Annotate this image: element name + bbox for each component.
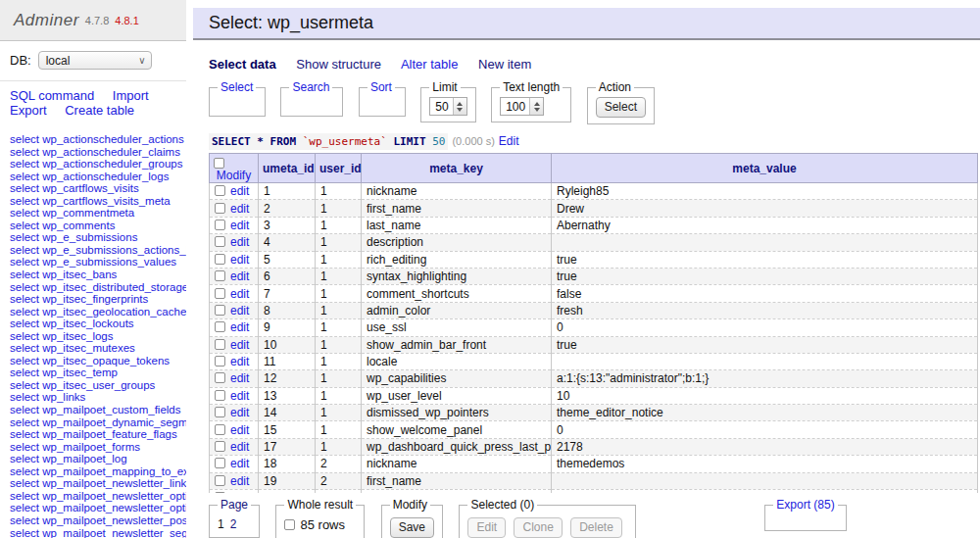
table-select-link[interactable]: select	[10, 391, 39, 403]
row-edit-link[interactable]: edit	[230, 440, 249, 454]
text-length-stepper[interactable]	[529, 98, 543, 115]
table-select-link[interactable]: select	[10, 379, 39, 391]
table-select-link[interactable]: select	[10, 514, 39, 526]
table-name-link[interactable]: wp_e_submissions_actions_log	[42, 244, 186, 256]
table-name-link[interactable]: wp_e_submissions_values	[42, 256, 176, 268]
table-name-link[interactable]: wp_actionscheduler_claims	[42, 146, 180, 158]
table-select-link[interactable]: select	[10, 355, 39, 367]
col-meta-key-link[interactable]: meta_key	[429, 162, 483, 175]
row-edit-link[interactable]: edit	[230, 423, 249, 437]
row-edit-link[interactable]: edit	[230, 320, 249, 334]
row-checkbox[interactable]	[215, 321, 225, 332]
search-legend-link[interactable]: Search	[292, 80, 329, 94]
table-select-link[interactable]: select	[10, 231, 39, 243]
table-select-link[interactable]: select	[10, 207, 39, 219]
table-name-link[interactable]: wp_itsec_bans	[42, 269, 117, 280]
table-name-link[interactable]: wp_itsec_fingerprints	[42, 293, 148, 305]
table-select-link[interactable]: select	[10, 293, 39, 305]
row-checkbox[interactable]	[215, 236, 225, 247]
table-name-link[interactable]: wp_mailpoet_newsletter_option_fields	[42, 502, 186, 514]
table-select-link[interactable]: select	[10, 256, 39, 268]
row-checkbox[interactable]	[215, 458, 225, 468]
table-select-link[interactable]: select	[10, 244, 39, 256]
sql-edit-link[interactable]: Edit	[499, 134, 519, 148]
table-name-link[interactable]: wp_mailpoet_newsletter_links	[42, 477, 186, 489]
table-name-link[interactable]: wp_links	[42, 391, 85, 403]
row-checkbox[interactable]	[215, 475, 225, 486]
table-select-link[interactable]: select	[10, 342, 39, 354]
page-2-link[interactable]: 2	[230, 517, 237, 531]
sql-command-link[interactable]: SQL command	[10, 88, 94, 103]
select-all-checkbox[interactable]	[214, 158, 224, 169]
table-select-link[interactable]: select	[10, 146, 39, 158]
table-select-link[interactable]: select	[10, 502, 39, 514]
row-checkbox[interactable]	[215, 270, 225, 281]
col-meta-value-link[interactable]: meta_value	[732, 162, 796, 175]
row-edit-link[interactable]: edit	[230, 202, 249, 216]
table-name-link[interactable]: wp_itsec_distributed_storage	[42, 281, 186, 293]
table-name-link[interactable]: wp_mailpoet_dynamic_segment_filters	[42, 416, 186, 428]
page-legend-link[interactable]: Page	[220, 498, 248, 512]
table-name-link[interactable]: wp_e_submissions	[42, 231, 137, 243]
table-select-link[interactable]: select	[10, 477, 39, 489]
table-name-link[interactable]: wp_comments	[42, 220, 115, 231]
row-edit-link[interactable]: edit	[230, 269, 249, 283]
row-edit-link[interactable]: edit	[230, 235, 249, 249]
row-edit-link[interactable]: edit	[230, 355, 249, 368]
table-name-link[interactable]: wp_cartflows_visits	[42, 182, 138, 194]
table-name-link[interactable]: wp_mailpoet_feature_flags	[42, 428, 176, 440]
tab-show-structure[interactable]: Show structure	[296, 57, 381, 72]
table-select-link[interactable]: select	[10, 171, 39, 182]
table-name-link[interactable]: wp_itsec_lockouts	[42, 318, 133, 329]
table-name-link[interactable]: wp_itsec_temp	[42, 367, 118, 378]
table-select-link[interactable]: select	[10, 158, 39, 170]
row-edit-link[interactable]: edit	[230, 389, 249, 403]
table-select-link[interactable]: select	[10, 404, 39, 416]
table-select-link[interactable]: select	[10, 490, 39, 502]
table-name-link[interactable]: wp_actionscheduler_actions	[42, 133, 183, 145]
table-name-link[interactable]: wp_actionscheduler_groups	[42, 158, 182, 170]
sort-legend-link[interactable]: Sort	[370, 80, 392, 94]
row-edit-link[interactable]: edit	[230, 474, 249, 488]
export-link[interactable]: Export	[10, 103, 47, 118]
row-checkbox[interactable]	[215, 203, 225, 214]
table-name-link[interactable]: wp_actionscheduler_logs	[42, 171, 169, 182]
row-edit-link[interactable]: edit	[230, 304, 249, 318]
import-link[interactable]: Import	[113, 88, 149, 103]
table-name-link[interactable]: wp_mailpoet_mapping_to_external_entities	[42, 465, 186, 477]
tab-select-data[interactable]: Select data	[209, 57, 276, 72]
table-select-link[interactable]: select	[10, 367, 39, 378]
table-select-link[interactable]: select	[10, 318, 39, 329]
table-name-link[interactable]: wp_itsec_geolocation_cache	[42, 306, 186, 318]
create-table-link[interactable]: Create table	[65, 103, 134, 118]
update-version-link[interactable]: 4.8.1	[115, 15, 138, 26]
table-select-link[interactable]: select	[10, 195, 39, 207]
row-edit-link[interactable]: edit	[230, 406, 249, 419]
row-edit-link[interactable]: edit	[230, 253, 249, 267]
row-edit-link[interactable]: edit	[230, 184, 249, 198]
action-select-button[interactable]: Select	[596, 97, 646, 118]
row-edit-link[interactable]: edit	[230, 371, 249, 385]
table-select-link[interactable]: select	[10, 453, 39, 465]
edit-selected-button[interactable]: Edit	[467, 517, 506, 538]
row-checkbox[interactable]	[215, 441, 225, 452]
table-select-link[interactable]: select	[10, 441, 39, 453]
row-checkbox[interactable]	[215, 254, 225, 265]
table-select-link[interactable]: select	[10, 182, 39, 194]
table-select-link[interactable]: select	[10, 428, 39, 440]
row-checkbox[interactable]	[215, 424, 225, 435]
row-checkbox[interactable]	[215, 220, 225, 230]
table-name-link[interactable]: wp_commentmeta	[42, 207, 134, 219]
row-checkbox[interactable]	[215, 288, 225, 299]
row-edit-link[interactable]: edit	[230, 457, 249, 470]
text-length-input[interactable]: 100	[500, 97, 544, 116]
whole-result-checkbox[interactable]	[284, 519, 295, 530]
col-umeta-id-link[interactable]: umeta_id	[263, 162, 315, 175]
row-checkbox[interactable]	[215, 305, 225, 316]
table-name-link[interactable]: wp_itsec_logs	[42, 330, 113, 342]
table-name-link[interactable]: wp_mailpoet_newsletter_posts	[42, 514, 186, 526]
table-select-link[interactable]: select	[10, 220, 39, 231]
table-select-link[interactable]: select	[10, 416, 39, 428]
table-name-link[interactable]: wp_itsec_user_groups	[42, 379, 155, 391]
row-checkbox[interactable]	[215, 390, 225, 401]
